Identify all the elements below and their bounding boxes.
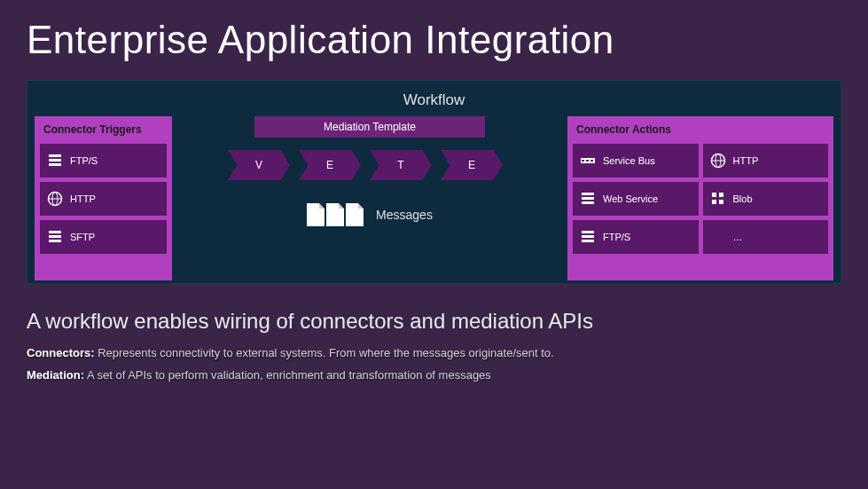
svg-rect-12 (590, 160, 593, 162)
server-icon (580, 229, 596, 245)
none-icon (710, 229, 726, 245)
mediation-step-t: T (370, 150, 432, 180)
action-item-label: HTTP (733, 155, 759, 166)
action-item-http: HTTP (703, 144, 829, 177)
svg-rect-7 (49, 235, 61, 238)
definition-term: Mediation: (27, 368, 84, 382)
connector-actions-panel: Connector Actions Service Bus HTTP (567, 116, 833, 280)
mediation-template-header: Mediation Template (254, 116, 485, 138)
svg-rect-16 (582, 193, 594, 195)
server-icon (47, 229, 63, 245)
workflow-label: Workflow (35, 91, 833, 109)
server-icon (47, 153, 63, 169)
trigger-item-http: HTTP (40, 182, 167, 216)
action-item-label: Web Service (603, 193, 658, 204)
svg-rect-19 (712, 193, 716, 197)
svg-rect-24 (582, 235, 594, 238)
svg-rect-0 (49, 154, 61, 157)
mediation-step-v: V (228, 150, 290, 180)
svg-rect-18 (582, 201, 594, 204)
documents-icon (307, 203, 364, 226)
svg-rect-11 (586, 160, 589, 162)
svg-rect-20 (719, 193, 723, 197)
svg-rect-8 (49, 240, 61, 242)
definition-connectors: Connectors: Represents connectivity to e… (27, 346, 841, 359)
workflow-center: Mediation Template V E T E Messages (176, 116, 564, 280)
svg-rect-25 (582, 240, 594, 242)
definition-term: Connectors: (27, 346, 95, 359)
definition-text: Represents connectivity to external syst… (95, 346, 554, 359)
svg-rect-22 (719, 200, 723, 204)
workflow-diagram: Workflow Connector Triggers FTP/S HTTP (27, 80, 841, 284)
mediation-step-e: E (299, 150, 361, 180)
trigger-item-label: SFTP (70, 232, 95, 242)
server-icon (580, 191, 596, 207)
slide-subtitle: A workflow enables wiring of connectors … (27, 309, 841, 334)
trigger-item-ftps: FTP/S (40, 144, 167, 177)
action-item-ftps: FTP/S (573, 220, 699, 254)
blob-icon (710, 191, 726, 207)
connector-triggers-panel: Connector Triggers FTP/S HTTP (35, 116, 172, 280)
mediation-steps: V E T E (228, 150, 512, 180)
mediation-step-e2: E (441, 150, 503, 180)
trigger-item-sftp: SFTP (40, 220, 167, 254)
svg-rect-21 (712, 200, 716, 204)
globe-icon (47, 191, 63, 207)
svg-rect-2 (49, 163, 61, 166)
svg-rect-17 (582, 197, 594, 200)
svg-rect-10 (582, 160, 584, 162)
trigger-item-label: HTTP (70, 193, 96, 204)
action-item-more: … (703, 220, 829, 254)
svg-rect-1 (49, 159, 61, 162)
definition-text: A set of APIs to perform validation, enr… (84, 368, 491, 382)
svg-rect-23 (582, 231, 594, 233)
action-item-label: … (733, 232, 743, 242)
action-item-label: Service Bus (603, 155, 655, 166)
globe-icon (710, 153, 726, 169)
action-item-label: Blob (733, 193, 753, 204)
connector-actions-header: Connector Actions (573, 122, 828, 139)
action-item-label: FTP/S (603, 232, 630, 242)
connector-triggers-header: Connector Triggers (40, 122, 167, 139)
bus-icon (580, 153, 596, 169)
messages-label: Messages (376, 208, 433, 222)
messages-row: Messages (307, 203, 433, 226)
definition-mediation: Mediation: A set of APIs to perform vali… (27, 368, 841, 382)
action-item-service-bus: Service Bus (573, 144, 699, 177)
action-item-web-service: Web Service (573, 182, 699, 216)
definitions-block: Connectors: Represents connectivity to e… (27, 346, 841, 382)
slide-title: Enterprise Application Integration (27, 18, 841, 62)
action-item-blob: Blob (703, 182, 829, 216)
svg-rect-6 (49, 231, 61, 233)
trigger-item-label: FTP/S (70, 155, 98, 166)
